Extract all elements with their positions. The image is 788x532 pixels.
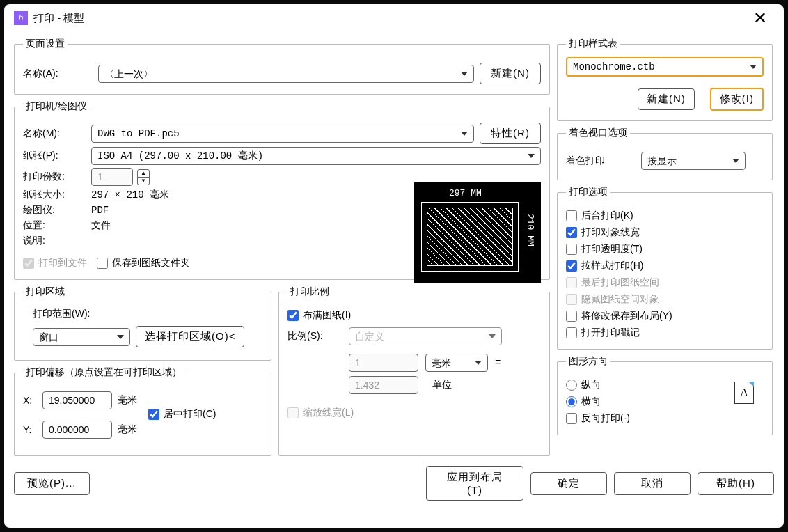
select-area-button[interactable]: 选择打印区域(O)<	[136, 326, 244, 347]
app-icon: h	[14, 11, 28, 25]
print-to-file-row: 打印到文件	[23, 257, 87, 269]
opt-style-row[interactable]: 按样式打印(H)	[566, 260, 764, 272]
style-table-select[interactable]: Monochrome.ctb	[566, 57, 764, 77]
scale-lineweight-row: 缩放线宽(L)	[287, 407, 541, 419]
paper-label: 纸张(P):	[23, 150, 86, 162]
center-print-checkbox[interactable]	[148, 409, 159, 420]
printer-name-select[interactable]: DWG to PDF.pc5	[91, 125, 474, 143]
offset-y-input[interactable]	[42, 421, 112, 439]
opt-trans-checkbox[interactable]	[566, 244, 577, 255]
scale-label: 比例(S):	[287, 330, 343, 343]
center-print-row[interactable]: 居中打印(C)	[148, 408, 216, 421]
shade-select[interactable]: 按显示	[641, 152, 746, 170]
save-to-folder-row[interactable]: 保存到图纸文件夹	[97, 257, 190, 269]
printer-name-label: 名称(M):	[23, 127, 86, 140]
help-button[interactable]: 帮助(H)	[698, 472, 774, 495]
reverse-row[interactable]: 反向打印(-)	[566, 412, 764, 425]
apply-button[interactable]: 应用到布局(T)	[426, 466, 523, 501]
scale-bot-unit: 单位	[432, 379, 452, 391]
preview-width-label: 297 MM	[449, 188, 482, 198]
copies-stepper[interactable]: ▲ ▼	[91, 168, 150, 186]
opt-save-checkbox[interactable]	[566, 311, 577, 322]
fit-to-paper-checkbox[interactable]	[287, 310, 299, 321]
offset-x-unit: 毫米	[118, 394, 137, 407]
viewport-legend: 着色视口选项	[566, 127, 630, 139]
save-to-folder-checkbox[interactable]	[97, 258, 108, 269]
style-modify-button[interactable]: 修改(I)	[710, 88, 764, 111]
print-scale-legend: 打印比例	[287, 285, 332, 298]
scale-equals: =	[495, 357, 501, 368]
shade-label: 着色打印	[566, 155, 636, 167]
print-area-group: 打印区域 打印范围(W): 窗口 选择打印区域(O)<	[14, 285, 271, 361]
plotter-label: 绘图仪:	[23, 204, 86, 217]
reverse-checkbox[interactable]	[566, 413, 577, 424]
orientation-legend: 图形方向	[566, 355, 610, 368]
print-scale-group: 打印比例 布满图纸(I) 比例(S): 自定义 毫米	[278, 285, 550, 456]
opt-trans-row[interactable]: 打印透明度(T)	[566, 243, 764, 256]
style-table-group: 打印样式表 Monochrome.ctb 新建(N) 修改(I)	[557, 38, 773, 121]
landscape-radio[interactable]	[566, 396, 577, 407]
print-options-legend: 打印选项	[566, 186, 610, 198]
print-range-label: 打印范围(W):	[33, 308, 253, 320]
orientation-icon: A	[734, 382, 754, 404]
offset-y-unit: 毫米	[118, 423, 137, 436]
viewport-group: 着色视口选项 着色打印 按显示	[557, 127, 773, 180]
chevron-up-icon[interactable]: ▲	[138, 170, 149, 178]
opt-bg-checkbox[interactable]	[566, 210, 577, 221]
printer-group: 打印机/绘图仪 名称(M): DWG to PDF.pc5 特性(R) 纸张(P…	[14, 100, 550, 280]
opt-lastpaper-checkbox	[566, 277, 577, 288]
scale-unit-select[interactable]: 毫米	[425, 354, 488, 372]
location-label: 位置:	[23, 219, 86, 232]
plotter-value: PDF	[91, 205, 109, 216]
page-name-label: 名称(A):	[23, 68, 93, 80]
preview-button[interactable]: 预览(P)...	[14, 472, 90, 495]
offset-x-input[interactable]	[42, 391, 112, 409]
copies-input[interactable]	[91, 168, 133, 186]
style-new-button[interactable]: 新建(N)	[638, 88, 695, 110]
copies-label: 打印份数:	[23, 171, 86, 183]
chevron-down-icon[interactable]: ▼	[138, 178, 149, 185]
location-value: 文件	[91, 219, 111, 232]
orientation-group: 图形方向 纵向 横向 反向打印(-) A	[557, 355, 773, 435]
preview-height-label: 210 MM	[525, 214, 535, 247]
style-table-legend: 打印样式表	[566, 38, 620, 50]
scale-bot-input[interactable]	[349, 376, 418, 394]
scale-select[interactable]: 自定义	[349, 327, 502, 345]
print-to-file-checkbox	[23, 258, 34, 269]
titlebar: h 打印 - 模型 ✕	[4, 4, 784, 32]
fit-to-paper-row[interactable]: 布满图纸(I)	[287, 309, 541, 322]
opt-save-row[interactable]: 将修改保存到布局(Y)	[566, 310, 764, 322]
opt-stamp-checkbox[interactable]	[566, 327, 577, 338]
page-name-select[interactable]: 〈上一次〉	[98, 65, 474, 83]
opt-style-checkbox[interactable]	[566, 260, 577, 272]
print-options-group: 打印选项 后台打印(K) 打印对象线宽 打印透明度(T) 按样式打印(H)	[557, 186, 773, 350]
paper-size-value: 297 × 210	[91, 189, 144, 201]
portrait-radio[interactable]	[566, 380, 577, 391]
copies-spinner-buttons[interactable]: ▲ ▼	[137, 169, 150, 185]
page-new-button[interactable]: 新建(N)	[480, 63, 541, 84]
offset-y-label: Y:	[23, 424, 37, 435]
print-area-legend: 打印区域	[23, 285, 68, 298]
opt-hidepaper-row: 隐藏图纸空间对象	[566, 293, 764, 306]
print-range-select[interactable]: 窗口	[33, 328, 130, 346]
opt-hidepaper-checkbox	[566, 294, 577, 305]
page-setup-legend: 页面设置	[23, 38, 68, 50]
printer-legend: 打印机/绘图仪	[23, 100, 90, 113]
scale-top-input[interactable]	[349, 354, 418, 372]
paper-preview: 297 MM 210 MM	[414, 182, 541, 283]
desc-label: 说明:	[23, 235, 86, 247]
opt-bg-row[interactable]: 后台打印(K)	[566, 210, 764, 222]
offset-x-label: X:	[23, 395, 37, 406]
paper-select[interactable]: ISO A4 (297.00 x 210.00 毫米)	[91, 147, 541, 165]
page-setup-group: 页面设置 名称(A): 〈上一次〉 新建(N)	[14, 38, 550, 95]
opt-lastpaper-row: 最后打印图纸空间	[566, 276, 764, 289]
opt-stamp-row[interactable]: 打开打印戳记	[566, 327, 764, 339]
footer: 预览(P)... 应用到布局(T) 确定 取消 帮助(H)	[4, 456, 784, 510]
scale-lineweight-checkbox	[287, 407, 299, 418]
opt-lw-checkbox[interactable]	[566, 227, 577, 238]
printer-props-button[interactable]: 特性(R)	[480, 123, 541, 144]
close-icon[interactable]: ✕	[746, 8, 774, 28]
opt-lw-row[interactable]: 打印对象线宽	[566, 226, 764, 239]
cancel-button[interactable]: 取消	[614, 472, 691, 495]
ok-button[interactable]: 确定	[530, 472, 607, 495]
